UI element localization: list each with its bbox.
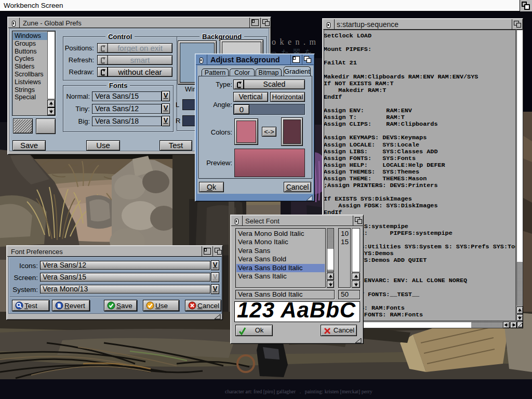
svg-text:oken.m: oken.m: [272, 37, 320, 46]
svg-text:character art: fred [piro] gal: character art: fred [piro] gallagher . p…: [225, 389, 373, 394]
